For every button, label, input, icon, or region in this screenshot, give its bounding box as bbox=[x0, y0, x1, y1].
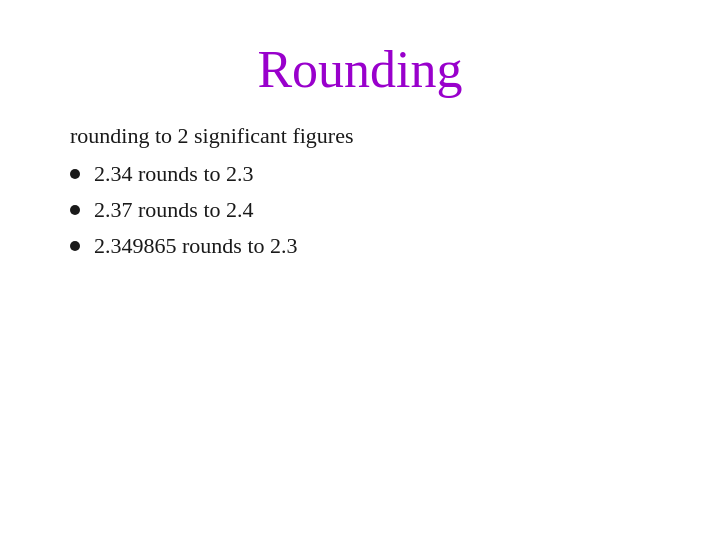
list-item: 2.349865 rounds to 2.3 bbox=[70, 233, 660, 259]
bullet-dot bbox=[70, 241, 80, 251]
list-item: 2.37 rounds to 2.4 bbox=[70, 197, 660, 223]
bullet-dot bbox=[70, 169, 80, 179]
bullet-list: 2.34 rounds to 2.3 2.37 rounds to 2.4 2.… bbox=[70, 161, 660, 259]
list-item: 2.34 rounds to 2.3 bbox=[70, 161, 660, 187]
bullet-text-3: 2.349865 rounds to 2.3 bbox=[94, 233, 298, 259]
bullet-text-1: 2.34 rounds to 2.3 bbox=[94, 161, 254, 187]
subtitle-text: rounding to 2 significant figures bbox=[70, 123, 660, 149]
bullet-dot bbox=[70, 205, 80, 215]
bullet-text-2: 2.37 rounds to 2.4 bbox=[94, 197, 254, 223]
slide-title: Rounding bbox=[60, 40, 660, 99]
slide: Rounding rounding to 2 significant figur… bbox=[0, 0, 720, 540]
